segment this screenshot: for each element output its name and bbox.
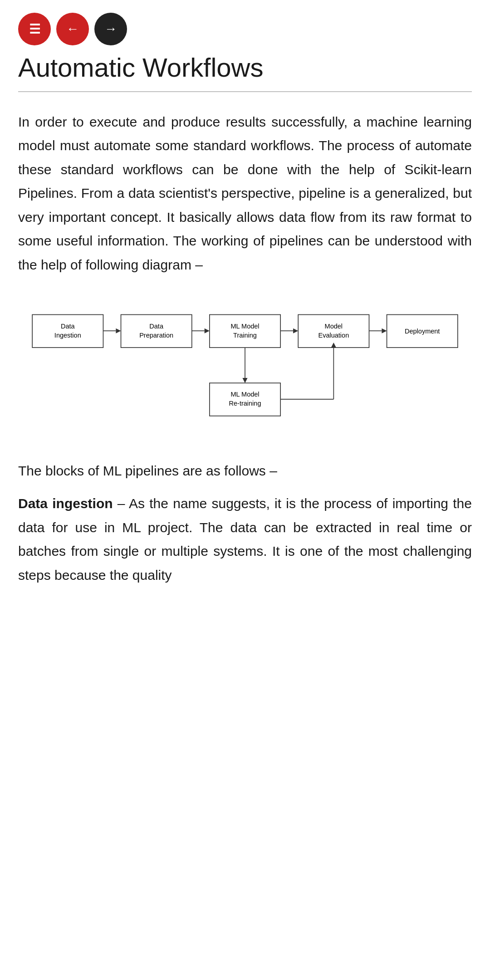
back-arrow-icon: ← bbox=[66, 22, 79, 36]
forward-button[interactable]: → bbox=[94, 13, 127, 45]
blocks-intro-text: The blocks of ML pipelines are as follow… bbox=[18, 459, 472, 483]
svg-text:Data: Data bbox=[149, 323, 164, 330]
pipeline-svg: Data Ingestion Data Preparation ML Model… bbox=[27, 299, 463, 436]
svg-marker-5 bbox=[205, 328, 210, 333]
svg-text:Training: Training bbox=[233, 332, 257, 339]
intro-paragraph: In order to execute and produce results … bbox=[18, 110, 472, 277]
svg-text:Ingestion: Ingestion bbox=[54, 332, 81, 339]
data-ingestion-label: Data ingestion bbox=[18, 496, 113, 511]
svg-marker-11 bbox=[382, 328, 387, 333]
menu-icon: ☰ bbox=[29, 22, 40, 37]
top-navigation: ☰ ← → bbox=[0, 0, 490, 53]
svg-text:Deployment: Deployment bbox=[405, 328, 440, 335]
title-divider bbox=[18, 91, 472, 92]
svg-text:Re-training: Re-training bbox=[229, 400, 261, 407]
page-title: Automatic Workflows bbox=[18, 53, 472, 83]
data-ingestion-paragraph: Data ingestion – As the name suggests, i… bbox=[18, 492, 472, 587]
pipeline-diagram: Data Ingestion Data Preparation ML Model… bbox=[18, 299, 472, 436]
back-button[interactable]: ← bbox=[56, 13, 89, 45]
forward-arrow-icon: → bbox=[104, 22, 117, 36]
svg-text:Model: Model bbox=[325, 323, 343, 330]
page-content: Automatic Workflows In order to execute … bbox=[0, 53, 490, 614]
svg-marker-13 bbox=[242, 378, 247, 383]
svg-marker-8 bbox=[293, 328, 298, 333]
svg-text:Preparation: Preparation bbox=[139, 332, 173, 339]
svg-text:ML Model: ML Model bbox=[230, 391, 259, 398]
svg-marker-2 bbox=[116, 328, 121, 333]
svg-text:Evaluation: Evaluation bbox=[318, 332, 349, 339]
menu-button[interactable]: ☰ bbox=[18, 13, 51, 45]
svg-text:Data: Data bbox=[61, 323, 75, 330]
svg-text:ML Model: ML Model bbox=[230, 323, 259, 330]
